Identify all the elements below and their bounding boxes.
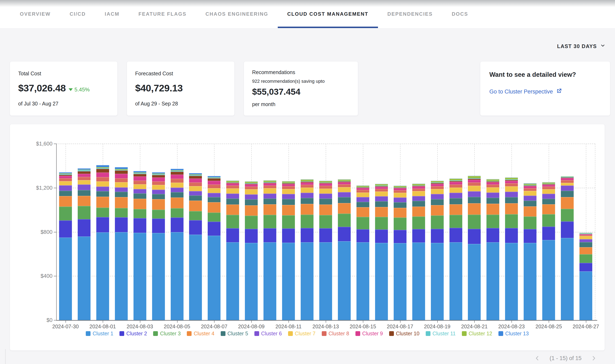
tab-chaos-engineering[interactable]: CHAOS ENGINEERING [196,0,278,28]
recommendations-card: Recommendations 922 recommendation(s) sa… [244,62,358,116]
bar-2024-08-26[interactable] [561,176,574,320]
bar-segment-cluster-5 [59,191,72,196]
bar-2024-08-24[interactable] [524,183,536,320]
y-axis-label-1600: $1,600 [17,141,53,147]
bar-2024-08-20[interactable] [449,179,462,320]
legend-item-cluster-13[interactable]: Cluster 13 [498,331,529,337]
bar-segment-cluster-9 [412,186,425,188]
bar-segment-cluster-2 [431,229,444,243]
legend-item-cluster-8[interactable]: Cluster 8 [322,331,349,337]
bar-segment-cluster-9 [264,183,276,185]
bar-segment-cluster-2 [152,219,165,233]
tab-cloud-cost-management[interactable]: CLOUD COST MANAGEMENT [278,0,378,28]
bar-segment-cluster-5 [468,197,481,203]
bar-segment-cluster-4 [505,203,518,214]
bar-2024-08-08[interactable] [226,181,239,320]
bar-2024-08-03[interactable] [134,171,146,320]
bar-segment-cluster-4 [226,205,239,215]
tab-dependencies[interactable]: DEPENDENCIES [378,0,442,28]
bar-segment-cluster-5 [189,195,202,201]
bar-segment-cluster-3 [171,208,183,218]
legend-item-cluster-6[interactable]: Cluster 6 [254,331,282,337]
legend-item-cluster-5[interactable]: Cluster 5 [221,331,248,337]
legend-item-cluster-7[interactable]: Cluster 7 [288,331,316,337]
bar-2024-08-25[interactable] [542,182,555,320]
bar-2024-08-16[interactable] [375,184,388,320]
bar-segment-cluster-6 [301,193,313,198]
bar-2024-08-22[interactable] [487,179,499,320]
bar-2024-08-21[interactable] [468,176,481,320]
bar-2024-08-02[interactable] [115,167,128,320]
bar-segment-cluster-1 [468,244,481,320]
legend-item-cluster-2[interactable]: Cluster 2 [119,331,147,337]
legend-swatch-icon [119,331,124,336]
bar-2024-08-01[interactable] [96,165,109,320]
bar-segment-cluster-8 [96,177,109,181]
bar-2024-08-11[interactable] [282,181,295,320]
legend-item-cluster-9[interactable]: Cluster 9 [355,331,383,337]
chart-legend: Cluster 1Cluster 2Cluster 3Cluster 4Clus… [10,331,605,337]
bar-segment-cluster-13 [171,169,183,170]
x-axis-label-2024-08-21: 2024-08-21 [461,324,488,330]
bar-segment-cluster-6 [134,189,146,193]
bar-segment-cluster-8 [356,190,369,192]
bar-segment-cluster-2 [59,220,72,237]
bar-segment-cluster-9 [356,188,369,190]
bar-2024-07-30[interactable] [59,172,72,320]
bar-2024-08-19[interactable] [431,181,444,320]
bar-segment-cluster-2 [245,229,258,243]
bar-segment-cluster-9 [96,172,109,177]
bar-segment-cluster-9 [338,182,351,184]
legend-item-cluster-1[interactable]: Cluster 1 [86,331,113,337]
bar-2024-08-06[interactable] [189,173,202,320]
bar-segment-cluster-8 [524,188,536,191]
bar-2024-08-10[interactable] [264,180,276,320]
legend-item-cluster-10[interactable]: Cluster 10 [389,331,419,337]
bar-2024-08-15[interactable] [356,185,369,320]
date-range-dropdown[interactable]: LAST 30 DAYS [557,43,605,50]
bar-segment-cluster-7 [78,180,91,184]
next-page-icon[interactable] [591,355,597,361]
bar-2024-08-14[interactable] [338,179,351,320]
bar-segment-cluster-1 [524,243,536,320]
bar-segment-cluster-1 [152,233,165,320]
bar-segment-cluster-2 [375,229,388,243]
bar-2024-07-31[interactable] [78,168,91,320]
bar-segment-cluster-7 [96,181,109,187]
cluster-perspective-link[interactable]: Go to Cluster Perspective [489,88,601,96]
legend-label: Cluster 5 [227,331,248,337]
legend-item-cluster-12[interactable]: Cluster 12 [462,331,492,337]
bar-2024-08-09[interactable] [245,181,258,320]
legend-item-cluster-3[interactable]: Cluster 3 [153,331,181,337]
bar-segment-cluster-13 [96,165,109,167]
forecasted-cost-value: $40,729.13 [135,82,183,94]
legend-item-cluster-11[interactable]: Cluster 11 [426,331,456,337]
bar-2024-08-17[interactable] [394,186,406,320]
tab-iacm[interactable]: IACM [95,0,129,28]
bar-segment-cluster-2 [412,229,425,242]
tab-overview[interactable]: OVERVIEW [10,0,60,28]
tab-feature-flags[interactable]: FEATURE FLAGS [129,0,196,28]
x-axis-line [56,320,597,321]
bar-2024-08-13[interactable] [319,181,332,320]
previous-page-icon[interactable] [534,355,540,361]
bar-2024-08-05[interactable] [171,169,183,320]
bar-2024-08-12[interactable] [301,179,313,320]
forecasted-cost-period: of Aug 29 - Sep 28 [135,101,226,107]
bar-segment-cluster-5 [394,202,406,208]
legend-item-cluster-4[interactable]: Cluster 4 [187,331,214,337]
bar-2024-08-27[interactable] [579,233,592,320]
bar-segment-cluster-12 [487,179,499,181]
bar-2024-08-04[interactable] [152,172,165,320]
bar-2024-08-18[interactable] [412,184,425,320]
legend-swatch-icon [187,331,192,336]
bar-segment-cluster-4 [189,201,202,211]
bar-2024-08-23[interactable] [505,177,518,320]
bar-2024-08-07[interactable] [208,176,221,320]
bar-segment-cluster-7 [226,188,239,194]
bar-segment-cluster-8 [487,184,499,187]
bar-segment-cluster-2 [394,230,406,243]
tab-docs[interactable]: DOCS [442,0,477,28]
bar-segment-cluster-3 [524,216,536,229]
tab-ci-cd[interactable]: CI/CD [60,0,95,28]
